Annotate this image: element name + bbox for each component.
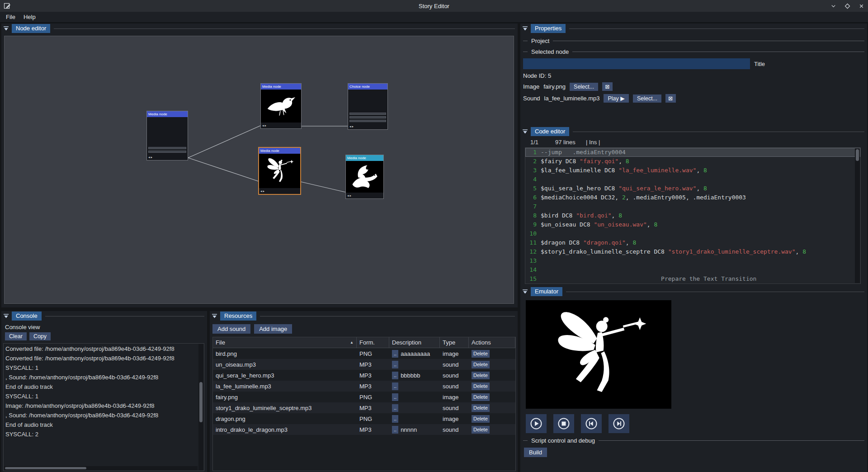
scrollbar-thumb[interactable] (5, 467, 86, 469)
code-vertical-scrollbar[interactable] (855, 148, 860, 283)
next-button[interactable] (609, 414, 629, 433)
column-header-format[interactable]: Form. (357, 337, 389, 348)
menu-item-help[interactable]: Help (19, 12, 40, 22)
collapse-panel-icon[interactable] (212, 314, 217, 319)
node-field[interactable] (148, 147, 186, 149)
edit-description-button[interactable]: .. (392, 426, 398, 434)
node-media-controls-icon[interactable]: ◂ ▸ (259, 188, 300, 194)
code-line[interactable]: 12$story1_drako_luminelle_sceptre DC8 "s… (525, 247, 860, 256)
title-input[interactable] (523, 58, 750, 69)
clear-image-button[interactable]: ⊠ (602, 82, 612, 91)
console-horizontal-scrollbar[interactable] (4, 466, 198, 470)
code-line[interactable]: 14 (525, 265, 860, 274)
code-line[interactable]: 8$bird DC8 "bird.qoi", 8 (525, 211, 860, 220)
play-button[interactable] (526, 414, 547, 433)
code-line[interactable]: 15 Prepare the Text Transition (525, 274, 860, 283)
description-text: bbbbbb (401, 372, 420, 379)
scrollbar-thumb[interactable] (199, 382, 203, 422)
add-sound-button[interactable]: Add sound (212, 324, 250, 334)
graph-node[interactable]: Media node◂ ▸ (260, 83, 302, 129)
previous-icon (585, 417, 598, 430)
delete-button[interactable]: Delete (472, 415, 490, 423)
node-media-controls-icon[interactable]: ◂ ▸ (261, 123, 301, 128)
stop-button[interactable] (553, 414, 574, 433)
code-line[interactable]: 13 (525, 256, 860, 265)
copy-console-button[interactable]: Copy (29, 332, 51, 340)
scrollbar-thumb[interactable] (856, 149, 859, 161)
edit-description-button[interactable]: .. (392, 393, 398, 401)
delete-button[interactable]: Delete (472, 372, 490, 379)
delete-button[interactable]: Delete (472, 404, 490, 412)
column-header-type[interactable]: Type (440, 337, 469, 348)
delete-button[interactable]: Delete (472, 393, 490, 401)
graph-node[interactable]: Choice node◂ ▸ (348, 83, 388, 130)
code-text: $story1_drako_luminelle_sceptre DC8 "sto… (541, 247, 806, 256)
delete-button[interactable]: Delete (472, 350, 490, 358)
table-row[interactable]: fairy.pngPNG..imageDelete (213, 392, 515, 402)
node-field[interactable] (148, 151, 186, 153)
graph-node[interactable]: Media node◂ ▸ (259, 147, 301, 194)
select-sound-button[interactable]: Select... (633, 94, 661, 103)
code-line[interactable]: 5$qui_sera_le_hero DC8 "qui_sera_le_hero… (525, 184, 860, 193)
code-line[interactable]: 10 (525, 229, 860, 238)
close-icon[interactable] (859, 3, 864, 9)
console-vertical-scrollbar[interactable] (198, 344, 203, 470)
table-row[interactable]: qui_sera_le_hero.mp3MP3..bbbbbbsoundDele… (213, 370, 515, 381)
graph-node[interactable]: Media node◂ ▸ (345, 155, 384, 199)
collapse-panel-icon[interactable] (3, 314, 9, 319)
delete-button[interactable]: Delete (472, 361, 490, 368)
edit-description-button[interactable]: .. (392, 382, 398, 390)
node-canvas[interactable]: Media node◂ ▸Media node◂ ▸Choice node◂ ▸… (4, 36, 514, 304)
code-area[interactable]: 1--jump .mediaEntry00042$fairy DC8 "fair… (525, 147, 861, 284)
graph-node[interactable]: Media node◂ ▸ (146, 111, 188, 160)
collapse-panel-icon[interactable] (522, 289, 528, 294)
add-image-button[interactable]: Add image (254, 324, 292, 334)
console-log[interactable]: Converted file: /home/anthony/ostproj/ba… (3, 343, 204, 471)
collapse-panel-icon[interactable] (522, 129, 528, 134)
column-header-actions[interactable]: Actions (469, 337, 515, 348)
collapse-panel-icon[interactable] (522, 26, 528, 31)
code-line[interactable]: 7 (525, 202, 860, 211)
table-row[interactable]: la_fee_luminelle.mp3MP3..soundDelete (213, 381, 515, 392)
code-line[interactable]: 4 (525, 175, 860, 184)
edit-description-button[interactable]: .. (392, 350, 398, 358)
clear-console-button[interactable]: Clear (5, 332, 27, 340)
play-sound-button[interactable]: Play ▶ (604, 94, 628, 103)
menu-item-file[interactable]: File (2, 12, 19, 22)
edit-description-button[interactable]: .. (392, 404, 398, 412)
code-line[interactable]: 3$la_fee_luminelle DC8 "la_fee_luminelle… (525, 166, 860, 175)
edit-description-button[interactable]: .. (392, 361, 398, 368)
code-line[interactable]: 2$fairy DC8 "fairy.qoi", 8 (525, 157, 860, 166)
node-field[interactable] (349, 120, 386, 122)
table-row[interactable]: un_oiseau.mp3MP3..soundDelete (213, 359, 515, 370)
code-line[interactable]: 6$mediaChoice0004 DC32, 2, .mediaEntry00… (525, 193, 860, 202)
app-icon (4, 2, 11, 9)
node-media-controls-icon[interactable]: ◂ ▸ (346, 193, 383, 198)
node-media-controls-icon[interactable]: ◂ ▸ (348, 123, 387, 129)
maximize-icon[interactable] (844, 3, 850, 9)
collapse-panel-icon[interactable] (3, 26, 9, 31)
edit-description-button[interactable]: .. (392, 415, 398, 423)
node-field[interactable] (349, 113, 386, 115)
header-divider (566, 292, 864, 292)
code-line[interactable]: 1--jump .mediaEntry0004 (525, 148, 860, 157)
select-image-button[interactable]: Select... (570, 83, 598, 91)
node-media-controls-icon[interactable]: ◂ ▸ (147, 154, 188, 160)
delete-button[interactable]: Delete (472, 382, 490, 390)
file-cell: dragon.png (213, 413, 357, 424)
minimize-icon[interactable] (830, 3, 836, 9)
table-row[interactable]: story1_drako_luminelle_sceptre.mp3MP3..s… (213, 402, 515, 413)
node-field[interactable] (349, 116, 386, 118)
code-line[interactable]: 9$un_oiseau DC8 "un_oiseau.wav", 8 (525, 220, 860, 229)
clear-sound-button[interactable]: ⊠ (665, 94, 675, 103)
edit-description-button[interactable]: .. (392, 372, 398, 379)
table-row[interactable]: dragon.pngPNG..imageDelete (213, 413, 515, 424)
delete-button[interactable]: Delete (472, 426, 490, 434)
build-button[interactable]: Build (524, 448, 547, 457)
code-line[interactable]: 11$dragon DC8 "dragon.qoi", 8 (525, 238, 860, 247)
previous-button[interactable] (581, 414, 602, 433)
table-row[interactable]: bird.pngPNG..aaaaaaaaaimageDelete (213, 348, 515, 359)
table-row[interactable]: intro_drako_le_dragon.mp3MP3..nnnnnsound… (213, 424, 515, 435)
column-header-file[interactable]: File▲ (213, 337, 357, 348)
column-header-description[interactable]: Description (389, 337, 440, 348)
